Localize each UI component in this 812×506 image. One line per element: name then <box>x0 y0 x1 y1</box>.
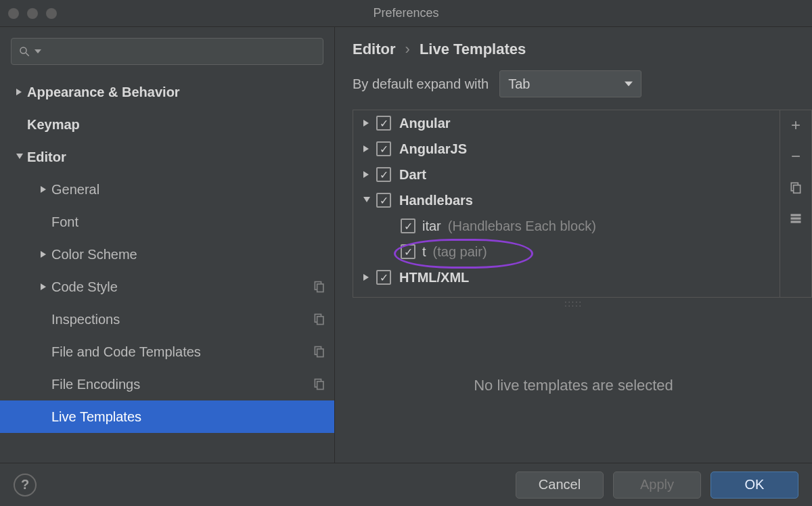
checkbox[interactable]: ✓ <box>401 244 415 259</box>
resize-grip-icon[interactable]: ::::: <box>335 298 812 308</box>
template-desc: (tag pair) <box>433 244 487 260</box>
sidebar-item-label: Font <box>51 214 326 230</box>
dialog-footer: ? Cancel Apply OK <box>0 463 812 506</box>
sidebar-item-font[interactable]: Font <box>0 206 334 238</box>
apply-button[interactable]: Apply <box>613 472 701 499</box>
window-controls <box>8 8 57 19</box>
template-group-html-xml[interactable]: ✓HTML/XML <box>353 264 780 290</box>
zoom-window-icon[interactable] <box>46 8 57 19</box>
chevron-down-icon <box>360 197 374 204</box>
checkbox[interactable]: ✓ <box>376 193 391 208</box>
expand-with-value: Tab <box>508 76 530 92</box>
expand-with-select[interactable]: Tab <box>499 70 641 97</box>
title-bar: Preferences <box>0 0 812 27</box>
sidebar-item-label: Appearance & Behavior <box>27 85 326 100</box>
sidebar-item-general[interactable]: General <box>0 173 334 206</box>
sidebar-item-label: Keymap <box>27 117 326 133</box>
help-button[interactable]: ? <box>14 474 37 497</box>
template-abbr: t <box>422 244 426 260</box>
group-name: HTML/XML <box>399 270 469 285</box>
chevron-right-icon <box>360 120 374 127</box>
sidebar-item-appearance-behavior[interactable]: Appearance & Behavior <box>0 76 334 108</box>
template-groups-panel[interactable]: ✓Angular✓AngularJS✓Dart✓Handlebars✓itar(… <box>353 110 780 298</box>
checkbox[interactable]: ✓ <box>376 116 391 131</box>
template-desc: (Handlebars Each block) <box>448 218 596 234</box>
checkbox[interactable]: ✓ <box>376 270 391 285</box>
list-view-button[interactable] <box>786 209 805 228</box>
chevron-right-icon <box>12 89 27 95</box>
sidebar-item-label: Live Templates <box>51 409 326 425</box>
template-group-dart[interactable]: ✓Dart <box>353 162 780 187</box>
minimize-window-icon[interactable] <box>27 8 38 19</box>
svg-rect-12 <box>791 214 801 216</box>
template-item-t[interactable]: ✓t(tag pair) <box>353 239 780 264</box>
remove-button[interactable]: − <box>786 147 805 166</box>
add-button[interactable]: + <box>786 116 805 135</box>
chevron-down-icon <box>35 48 41 55</box>
checkbox[interactable]: ✓ <box>401 218 415 233</box>
sidebar-item-color-scheme[interactable]: Color Scheme <box>0 238 334 271</box>
template-group-angularjs[interactable]: ✓AngularJS <box>353 136 780 162</box>
sidebar-item-file-encodings[interactable]: File Encodings <box>0 368 334 400</box>
breadcrumb-current: Live Templates <box>420 41 526 58</box>
ok-button[interactable]: OK <box>710 472 798 499</box>
chevron-right-icon <box>360 274 374 281</box>
sidebar-item-label: General <box>51 182 326 198</box>
scheme-icon <box>313 377 326 391</box>
chevron-right-icon <box>37 283 51 290</box>
group-name: Dart <box>399 167 426 183</box>
chevron-right-icon <box>360 145 374 152</box>
sidebar-item-label: Inspections <box>51 312 313 327</box>
group-name: Angular <box>399 116 451 131</box>
svg-point-0 <box>20 47 26 53</box>
template-abbr: itar <box>422 218 441 234</box>
chevron-right-icon <box>37 186 51 193</box>
template-group-angular[interactable]: ✓Angular <box>353 110 780 136</box>
group-name: Handlebars <box>399 193 473 208</box>
scheme-icon <box>313 345 326 359</box>
sidebar-item-inspections[interactable]: Inspections <box>0 303 334 336</box>
sidebar-item-file-and-code-templates[interactable]: File and Code Templates <box>0 336 334 368</box>
sidebar-item-code-style[interactable]: Code Style <box>0 271 334 303</box>
sidebar-item-label: Editor <box>27 150 326 165</box>
preferences-sidebar: Appearance & BehaviorKeymapEditorGeneral… <box>0 27 335 463</box>
panel-toolbar: + − <box>780 110 812 298</box>
scheme-icon <box>313 280 326 294</box>
sidebar-item-keymap[interactable]: Keymap <box>0 108 334 141</box>
sidebar-item-label: File and Code Templates <box>51 344 313 360</box>
chevron-right-icon <box>360 171 374 178</box>
detail-empty-message: No live templates are selected <box>335 308 812 463</box>
search-icon <box>18 45 30 58</box>
chevron-right-icon <box>37 251 51 258</box>
sidebar-item-live-templates[interactable]: Live Templates <box>0 400 334 433</box>
svg-line-1 <box>26 53 29 56</box>
group-name: AngularJS <box>399 141 467 157</box>
scheme-icon <box>313 313 326 326</box>
sidebar-item-label: Code Style <box>51 279 313 295</box>
copy-button[interactable] <box>786 178 805 197</box>
checkbox[interactable]: ✓ <box>376 141 391 156</box>
chevron-down-icon <box>12 154 27 160</box>
settings-content: Editor › Live Templates By default expan… <box>335 27 812 463</box>
breadcrumb: Editor › Live Templates <box>335 27 812 65</box>
template-group-handlebars[interactable]: ✓Handlebars <box>353 187 780 213</box>
cancel-button[interactable]: Cancel <box>516 472 604 499</box>
sidebar-item-label: File Encodings <box>51 377 313 392</box>
chevron-down-icon <box>625 80 633 88</box>
search-field[interactable] <box>45 45 316 59</box>
chevron-right-icon: › <box>405 41 410 58</box>
sidebar-item-label: Color Scheme <box>51 247 326 262</box>
checkbox[interactable]: ✓ <box>376 167 391 182</box>
template-item-itar[interactable]: ✓itar(Handlebars Each block) <box>353 213 780 239</box>
window-title: Preferences <box>0 6 812 20</box>
close-window-icon[interactable] <box>8 8 19 19</box>
svg-rect-13 <box>791 217 801 219</box>
search-input[interactable] <box>11 38 323 65</box>
svg-rect-14 <box>791 221 801 223</box>
settings-tree: Appearance & BehaviorKeymapEditorGeneral… <box>0 72 334 463</box>
svg-rect-3 <box>317 284 323 292</box>
sidebar-item-editor[interactable]: Editor <box>0 141 334 173</box>
breadcrumb-parent[interactable]: Editor <box>353 41 396 58</box>
svg-rect-7 <box>317 349 323 357</box>
svg-rect-11 <box>794 185 800 193</box>
